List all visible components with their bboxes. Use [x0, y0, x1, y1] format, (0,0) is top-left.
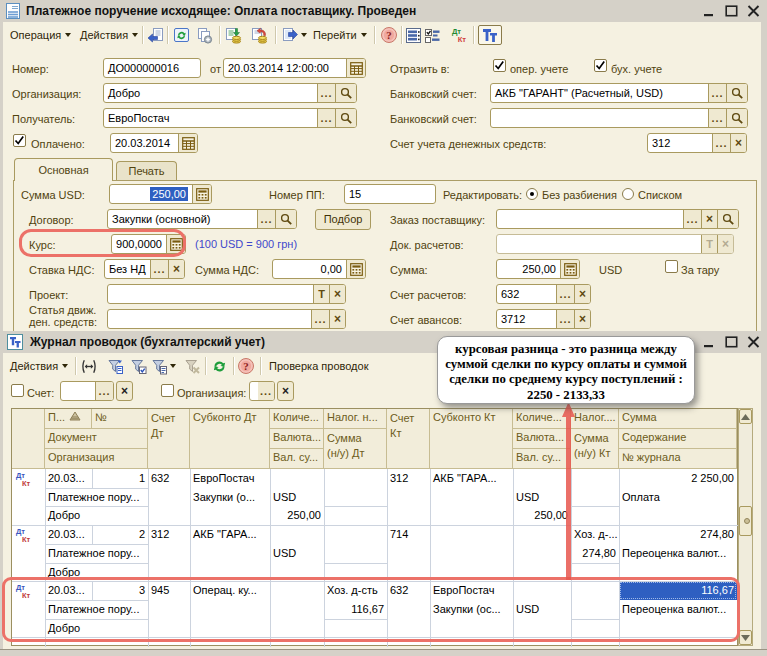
refresh-button[interactable]	[172, 25, 190, 45]
choose-button[interactable]: ...	[317, 84, 335, 102]
help-button[interactable]: ?	[237, 356, 255, 376]
radio-no-split[interactable]	[526, 188, 538, 200]
filter-set-button[interactable]	[106, 356, 124, 376]
minimize-button[interactable]	[702, 335, 717, 349]
grid-cell[interactable]: ЕвроПостач	[190, 469, 270, 488]
scroll-down-button[interactable]	[739, 630, 752, 645]
magnifier-button[interactable]	[275, 210, 296, 228]
grid-cell[interactable]: Добро	[45, 506, 148, 525]
choose-button[interactable]: ...	[683, 210, 701, 228]
choose-button[interactable]: ...	[95, 382, 113, 400]
contract-field[interactable]: Закупки (основной)...	[107, 209, 297, 229]
org-filter-checkbox[interactable]	[161, 384, 174, 397]
grid-cell[interactable]: 20.03...	[45, 469, 92, 488]
grid-cell[interactable]: 312	[148, 525, 190, 544]
pp-number-field[interactable]: 15	[344, 184, 436, 204]
clear-button[interactable]: ×	[574, 310, 590, 328]
grid-cell[interactable]: Переоценка валют...	[619, 544, 737, 563]
clear-button[interactable]: ×	[574, 285, 590, 303]
vat-rate-field[interactable]: Без НД...×	[104, 259, 185, 279]
grid-header-cell[interactable]: Субконто Кт	[430, 409, 513, 469]
clear-button[interactable]: ×	[329, 285, 345, 303]
scroll-up-button[interactable]	[739, 409, 752, 424]
calendar-button[interactable]	[346, 59, 365, 77]
grid-header-cell[interactable]: Содержание	[619, 429, 737, 449]
vat-sum-field[interactable]: 0,00	[272, 259, 366, 279]
magnifier-button[interactable]	[335, 109, 356, 127]
copy-button[interactable]	[195, 25, 213, 45]
choose-button[interactable]: ...	[258, 382, 274, 400]
cash-account-field[interactable]: 312...×	[647, 133, 747, 153]
grid-header-cell[interactable]: Сумма	[619, 409, 737, 429]
grid-cell[interactable]: 2 250,00	[619, 469, 737, 488]
clear-button[interactable]: ×	[329, 310, 345, 328]
save-close-button[interactable]	[146, 25, 164, 45]
grid-header-cell[interactable]: Документ	[45, 429, 148, 449]
grid-header-cell[interactable]: № журнала	[619, 449, 737, 469]
magnifier-button[interactable]	[726, 109, 747, 127]
move-button[interactable]	[280, 25, 307, 45]
bank2-field[interactable]: ...	[490, 108, 748, 128]
grid-header-cell[interactable]: Вал. су...	[270, 449, 324, 469]
choose-button[interactable]: ...	[708, 109, 726, 127]
text-edit-button[interactable]: T	[313, 285, 329, 303]
podbor-button[interactable]: Подбор	[315, 209, 371, 230]
acc-settle-field[interactable]: 632...×	[496, 284, 591, 304]
receiver-field[interactable]: ЕвроПостач...	[103, 108, 357, 128]
docs-field[interactable]: T×	[496, 234, 734, 254]
clear-button[interactable]: ×	[730, 134, 746, 152]
paid-date-field[interactable]: 20.03.2014	[110, 133, 198, 153]
grid-header-cell[interactable]: П...	[45, 409, 92, 429]
grid-header-cell[interactable]: СчетКт	[387, 409, 430, 469]
grid-header-cell[interactable]: Организация	[45, 449, 148, 469]
account-filter-field[interactable]: ...	[60, 381, 114, 401]
filter-settings-button[interactable]	[129, 356, 147, 376]
grid-cell[interactable]: АКБ "ГАРА...	[190, 525, 270, 544]
calculator-button[interactable]	[192, 185, 211, 203]
cashflow-field[interactable]: ...×	[107, 309, 346, 329]
grid-cell[interactable]: 2	[92, 525, 148, 544]
org-filter-clear-button[interactable]: ×	[277, 381, 294, 401]
magnifier-button[interactable]	[726, 84, 747, 102]
grid-header-cell[interactable]: Налог. н...	[324, 409, 387, 429]
choose-button[interactable]: ...	[311, 310, 329, 328]
interval-button[interactable]	[80, 356, 98, 376]
grid-header-cell[interactable]: Валюта...	[270, 429, 324, 449]
order-field[interactable]: ...×	[496, 209, 739, 229]
calendar-button[interactable]	[178, 134, 197, 152]
calculator-button[interactable]	[560, 260, 579, 278]
date-field[interactable]: 20.03.2014 12:00:00	[223, 58, 366, 78]
choose-button[interactable]: ...	[257, 210, 275, 228]
magnifier-button[interactable]	[335, 84, 356, 102]
choose-button[interactable]: ...	[556, 285, 574, 303]
choose-button[interactable]: ...	[150, 260, 168, 278]
tab-main[interactable]: Основная	[14, 158, 113, 181]
choose-button[interactable]: ...	[708, 84, 726, 102]
filter-by-value-button[interactable]	[150, 356, 176, 376]
tab-print[interactable]: Печать	[116, 161, 177, 181]
grid-cell[interactable]: АКБ "ГАРА...	[430, 469, 513, 488]
grid-cell[interactable]: 250,00	[270, 506, 324, 525]
account-filter-clear-button[interactable]: ×	[116, 381, 133, 401]
sum-field[interactable]: 250,00	[496, 259, 580, 279]
goto-menu-button[interactable]: Перейти	[311, 25, 369, 45]
choose-button[interactable]: ...	[317, 109, 335, 127]
choose-button[interactable]: ...	[556, 310, 574, 328]
grid-header-cell[interactable]: Субконто Дт	[190, 409, 270, 469]
maximize-button[interactable]	[724, 335, 739, 349]
dtkt-button[interactable]: ДтКт	[451, 25, 469, 45]
actions-menu-button[interactable]: Действия	[8, 356, 70, 376]
number-field[interactable]: ДО000000016	[103, 58, 201, 78]
unpost-button[interactable]	[250, 25, 268, 45]
account-filter-checkbox[interactable]	[11, 384, 24, 397]
radio-list[interactable]	[622, 188, 634, 200]
grid-header-cell[interactable]	[12, 409, 45, 469]
list-button[interactable]	[404, 25, 422, 45]
grid-cell[interactable]: 20.03...	[45, 525, 92, 544]
project-field[interactable]: T×	[107, 284, 346, 304]
magnifier-button[interactable]	[717, 210, 738, 228]
post-button[interactable]	[224, 25, 242, 45]
scroll-thumb[interactable]	[739, 506, 752, 536]
help-button[interactable]: ?	[380, 25, 398, 45]
grid-cell[interactable]: 714	[387, 525, 430, 544]
